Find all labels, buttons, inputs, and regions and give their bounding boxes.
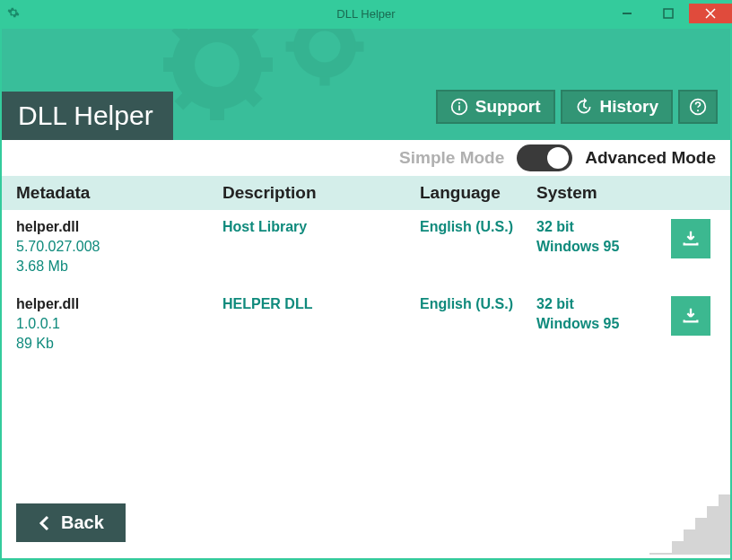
col-header-language: Language — [420, 183, 536, 203]
header-decoration — [163, 29, 450, 140]
svg-point-16 — [458, 102, 460, 104]
cell-language: English (U.S.) — [420, 296, 536, 352]
gear-icon — [7, 6, 20, 22]
history-label: History — [600, 97, 658, 117]
svg-rect-12 — [286, 41, 295, 51]
dll-description: HELPER DLL — [222, 296, 420, 312]
support-label: Support — [475, 97, 541, 117]
svg-rect-13 — [355, 41, 364, 51]
download-button[interactable] — [671, 219, 710, 258]
dll-language: English (U.S.) — [420, 219, 536, 235]
col-header-metadata: Metadata — [16, 183, 222, 203]
table-row: helper.dll 1.0.0.1 89 Kb HELPER DLL Engl… — [2, 287, 730, 364]
download-icon — [681, 306, 701, 326]
history-button[interactable]: History — [561, 90, 673, 124]
cell-description: HELPER DLL — [222, 296, 420, 352]
svg-rect-1 — [664, 9, 673, 18]
help-button[interactable] — [678, 90, 718, 124]
svg-rect-11 — [319, 77, 329, 86]
svg-rect-5 — [260, 57, 273, 72]
header-buttons: Support History — [436, 90, 730, 140]
watermark-stairs — [649, 483, 730, 558]
support-button[interactable]: Support — [436, 90, 555, 124]
dll-bit: 32 bit — [536, 219, 671, 235]
dll-version: 1.0.0.1 — [16, 316, 222, 332]
download-button[interactable] — [671, 296, 710, 336]
close-button[interactable] — [689, 4, 732, 23]
dll-size: 89 Kb — [16, 336, 222, 352]
dll-description: Host Library — [222, 219, 420, 235]
cell-download — [671, 219, 716, 275]
download-icon — [681, 229, 701, 249]
col-header-description: Description — [222, 183, 420, 203]
cell-language: English (U.S.) — [420, 219, 536, 275]
cell-description: Host Library — [222, 219, 420, 275]
svg-rect-15 — [458, 105, 460, 110]
footer: Back — [2, 491, 730, 558]
question-icon — [689, 98, 707, 116]
toggle-knob — [547, 147, 569, 169]
table-header: Metadata Description Language System — [2, 176, 730, 210]
info-icon — [450, 98, 468, 116]
dll-size: 3.68 Mb — [16, 258, 222, 275]
dll-os: Windows 95 — [536, 316, 671, 332]
cell-download — [671, 296, 716, 352]
cell-metadata: helper.dll 5.70.027.008 3.68 Mb — [16, 219, 222, 275]
dll-name: helper.dll — [16, 219, 222, 235]
col-header-system: System — [536, 183, 671, 203]
minimize-button[interactable] — [606, 4, 648, 23]
app-frame: DLL Helper Support History Simple Mode A… — [0, 27, 732, 560]
titlebar: DLL Helper — [0, 0, 732, 27]
mode-bar: Simple Mode Advanced Mode — [2, 140, 730, 176]
svg-rect-3 — [210, 108, 224, 120]
svg-point-18 — [697, 109, 699, 111]
svg-rect-4 — [163, 57, 174, 72]
dll-os: Windows 95 — [536, 239, 671, 255]
maximize-button[interactable] — [648, 4, 689, 23]
dll-bit: 32 bit — [536, 296, 671, 312]
table-row: helper.dll 5.70.027.008 3.68 Mb Host Lib… — [2, 210, 730, 287]
cell-metadata: helper.dll 1.0.0.1 89 Kb — [16, 296, 222, 352]
advanced-mode-label: Advanced Mode — [585, 148, 716, 168]
table-body: helper.dll 5.70.027.008 3.68 Mb Host Lib… — [2, 210, 730, 491]
cell-system: 32 bit Windows 95 — [536, 296, 671, 352]
mode-toggle[interactable] — [517, 144, 572, 171]
simple-mode-label: Simple Mode — [399, 148, 504, 168]
chevron-left-icon — [38, 515, 50, 531]
svg-rect-0 — [623, 13, 632, 14]
dll-version: 5.70.027.008 — [16, 239, 222, 255]
cell-system: 32 bit Windows 95 — [536, 219, 671, 275]
app-logo: DLL Helper — [2, 92, 173, 140]
app-header: DLL Helper Support History — [2, 29, 730, 140]
history-icon — [575, 98, 593, 116]
dll-language: English (U.S.) — [420, 296, 536, 312]
window-title: DLL Helper — [336, 7, 395, 21]
back-button[interactable]: Back — [16, 503, 126, 542]
back-label: Back — [61, 512, 104, 533]
window-controls — [606, 4, 732, 23]
dll-name: helper.dll — [16, 296, 222, 312]
